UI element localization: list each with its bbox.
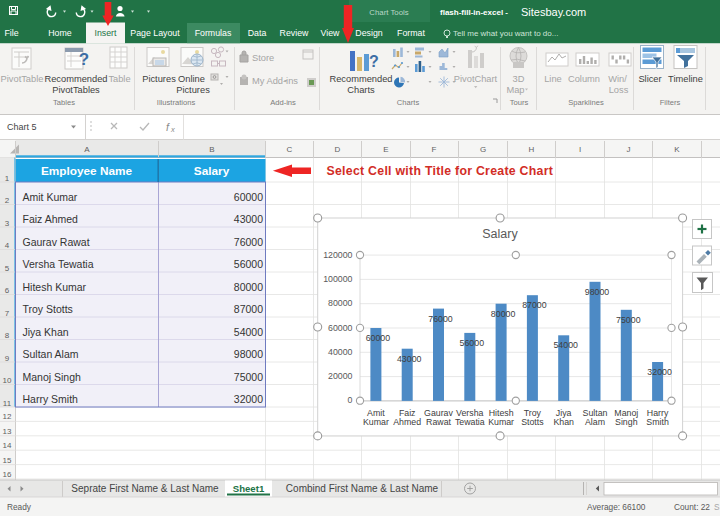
svg-text:32000: 32000 bbox=[234, 393, 263, 405]
svg-text:Smith: Smith bbox=[646, 417, 669, 427]
svg-text:80000: 80000 bbox=[234, 281, 263, 293]
svg-text:Singh: Singh bbox=[615, 417, 638, 427]
svg-text:File: File bbox=[4, 28, 18, 38]
svg-text:Harry: Harry bbox=[647, 408, 669, 418]
svg-text:Filters: Filters bbox=[660, 98, 681, 107]
svg-text:9: 9 bbox=[5, 354, 10, 363]
svg-text:7: 7 bbox=[5, 309, 10, 318]
svg-text:Troy Stotts: Troy Stotts bbox=[23, 303, 73, 315]
svg-text:Tell me what you want to do...: Tell me what you want to do... bbox=[453, 29, 558, 38]
svg-text:14: 14 bbox=[3, 441, 12, 450]
svg-text:Kumar: Kumar bbox=[488, 417, 514, 427]
svg-text:Design: Design bbox=[355, 28, 382, 38]
svg-text:PivotTables: PivotTables bbox=[52, 85, 100, 95]
svg-text:15: 15 bbox=[3, 456, 12, 465]
svg-text:11: 11 bbox=[3, 399, 12, 408]
svg-text:54000: 54000 bbox=[234, 326, 263, 338]
svg-text:Harry Smith: Harry Smith bbox=[23, 393, 79, 405]
svg-text:?: ? bbox=[369, 53, 379, 70]
svg-text:Review: Review bbox=[280, 28, 309, 38]
svg-text:Employee Name: Employee Name bbox=[41, 164, 133, 178]
svg-text:Hitesh: Hitesh bbox=[489, 408, 514, 418]
svg-text:Salary: Salary bbox=[482, 227, 518, 241]
svg-text:J: J bbox=[627, 145, 631, 154]
svg-text:32000: 32000 bbox=[647, 367, 672, 377]
svg-text:View: View bbox=[321, 28, 341, 38]
svg-text:Amit Kumar: Amit Kumar bbox=[23, 191, 78, 203]
svg-text:K: K bbox=[674, 145, 680, 154]
svg-text:60000: 60000 bbox=[328, 323, 353, 333]
svg-text:Versha: Versha bbox=[456, 408, 483, 418]
svg-text:8: 8 bbox=[5, 331, 10, 340]
svg-text:Sparklines: Sparklines bbox=[568, 98, 604, 107]
svg-text:Khan: Khan bbox=[553, 417, 574, 427]
svg-text:Store: Store bbox=[252, 53, 274, 63]
svg-text:Gaurav: Gaurav bbox=[424, 408, 453, 418]
svg-text:3: 3 bbox=[5, 219, 10, 228]
svg-text:Amit: Amit bbox=[367, 408, 385, 418]
svg-text:Rawat: Rawat bbox=[426, 417, 451, 427]
svg-text:16: 16 bbox=[3, 470, 12, 479]
svg-text:S: S bbox=[714, 502, 720, 512]
svg-text:Illustrations: Illustrations bbox=[157, 98, 196, 107]
svg-text:?: ? bbox=[79, 50, 89, 69]
svg-text:Add-ins: Add-ins bbox=[270, 98, 296, 107]
svg-text:Column: Column bbox=[568, 74, 600, 84]
svg-text:Jiya: Jiya bbox=[556, 408, 572, 418]
svg-text:56000: 56000 bbox=[234, 258, 263, 270]
svg-text:Recommended: Recommended bbox=[44, 74, 107, 84]
svg-text:Loss: Loss bbox=[609, 85, 629, 95]
svg-text:Pictures: Pictures bbox=[142, 74, 176, 84]
svg-text:56000: 56000 bbox=[460, 338, 485, 348]
svg-text:40000: 40000 bbox=[328, 347, 353, 357]
svg-text:F: F bbox=[432, 145, 437, 154]
svg-text:Insert: Insert bbox=[94, 28, 117, 38]
svg-text:D: D bbox=[335, 145, 341, 154]
svg-text:Faiz Ahmed: Faiz Ahmed bbox=[23, 213, 79, 225]
svg-text:Recommended: Recommended bbox=[329, 74, 392, 84]
svg-text:H: H bbox=[529, 145, 535, 154]
svg-text:43000: 43000 bbox=[234, 213, 263, 225]
svg-text:Chart 5: Chart 5 bbox=[7, 122, 37, 132]
svg-text:flash-fill-in-excel -: flash-fill-in-excel - bbox=[440, 8, 508, 17]
svg-text:PivotChart: PivotChart bbox=[454, 74, 498, 84]
svg-text:Ready: Ready bbox=[7, 502, 32, 512]
svg-text:Charts: Charts bbox=[347, 85, 375, 95]
svg-text:6: 6 bbox=[5, 286, 10, 295]
svg-text:Tewatia: Tewatia bbox=[455, 417, 485, 427]
svg-text:54000: 54000 bbox=[553, 340, 578, 350]
svg-text:87000: 87000 bbox=[522, 300, 547, 310]
svg-text:Tables: Tables bbox=[53, 98, 75, 107]
svg-text:Timeline: Timeline bbox=[668, 74, 703, 84]
svg-text:Manoj Singh: Manoj Singh bbox=[23, 371, 82, 383]
svg-text:5: 5 bbox=[5, 264, 10, 273]
svg-text:Sitesbay.com: Sitesbay.com bbox=[521, 6, 586, 18]
svg-text:12: 12 bbox=[3, 412, 12, 421]
svg-text:Gaurav Rawat: Gaurav Rawat bbox=[23, 236, 90, 248]
svg-text:Stotts: Stotts bbox=[521, 417, 544, 427]
svg-text:75000: 75000 bbox=[616, 315, 641, 325]
svg-text:1: 1 bbox=[5, 174, 10, 183]
svg-text:0: 0 bbox=[348, 395, 353, 405]
svg-text:Manoj: Manoj bbox=[614, 408, 638, 418]
svg-text:43000: 43000 bbox=[397, 354, 422, 364]
svg-text:Pictures: Pictures bbox=[176, 85, 210, 95]
svg-text:My Add-ins: My Add-ins bbox=[252, 76, 298, 86]
svg-text:87000: 87000 bbox=[234, 303, 263, 315]
svg-text:Salary: Salary bbox=[194, 164, 230, 178]
svg-text:Charts: Charts bbox=[397, 98, 420, 107]
svg-text:2: 2 bbox=[5, 196, 10, 205]
svg-text:Troy: Troy bbox=[524, 408, 542, 418]
svg-text:C: C bbox=[287, 145, 293, 154]
svg-text:Seprate First Name & Last Name: Seprate First Name & Last Name bbox=[71, 483, 219, 494]
svg-text:60000: 60000 bbox=[234, 191, 263, 203]
svg-text:Chart Tools: Chart Tools bbox=[369, 8, 408, 17]
svg-text:Sultan: Sultan bbox=[583, 408, 608, 418]
svg-text:Alam: Alam bbox=[585, 417, 605, 427]
svg-text:x: x bbox=[170, 125, 175, 134]
svg-text:Kumar: Kumar bbox=[363, 417, 389, 427]
svg-text:Slicer: Slicer bbox=[638, 74, 661, 84]
svg-text:Line: Line bbox=[544, 74, 562, 84]
svg-text:4: 4 bbox=[5, 241, 10, 250]
svg-text:80000: 80000 bbox=[491, 309, 516, 319]
